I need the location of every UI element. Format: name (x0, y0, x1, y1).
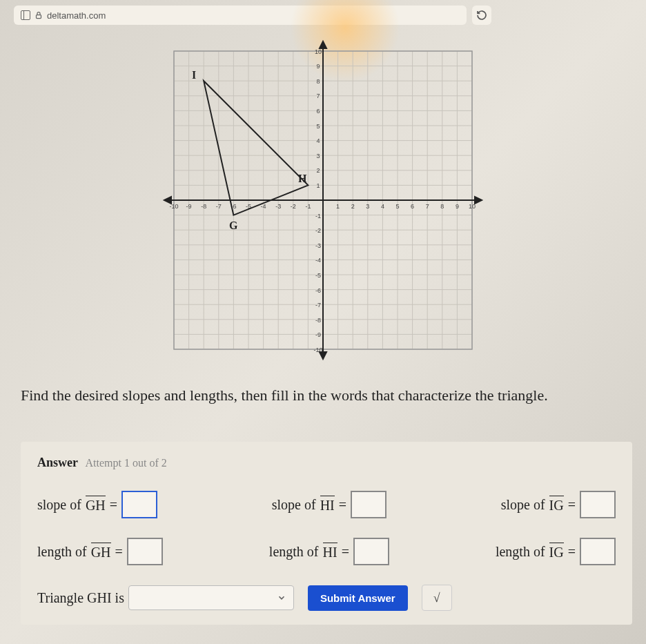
length-ig-input[interactable] (580, 538, 616, 565)
svg-text:-5: -5 (315, 272, 321, 279)
chevron-down-icon (277, 593, 286, 603)
slope-row: slope of GH = slope of HI = slope of IG … (37, 491, 616, 518)
triangle-type-select[interactable] (128, 585, 294, 610)
address-bar: deltamath.com (14, 6, 467, 25)
svg-text:5: 5 (395, 203, 399, 210)
svg-rect-0 (37, 15, 41, 19)
svg-text:2: 2 (316, 167, 320, 174)
svg-text:-9: -9 (315, 331, 321, 338)
segment-ig-2: IG (549, 543, 564, 560)
coordinate-graph: -10-9-8-7-6-5-4-3-2-1 12345678910 109876… (157, 35, 489, 366)
refresh-button[interactable] (472, 6, 491, 25)
svg-text:-10: -10 (313, 347, 322, 353)
question-text: Find the desired slopes and lengths, the… (21, 387, 632, 404)
slope-hi-input[interactable] (351, 491, 386, 518)
svg-marker-46 (320, 41, 326, 48)
slope-gh-input[interactable] (121, 491, 157, 518)
point-label-h: H (298, 173, 307, 184)
svg-text:-4: -4 (315, 257, 321, 264)
svg-text:-3: -3 (275, 203, 281, 210)
svg-text:-8: -8 (315, 317, 321, 324)
slope-ig-input[interactable] (580, 491, 616, 518)
svg-text:9: 9 (456, 203, 459, 210)
sqrt-button[interactable]: √ (422, 585, 452, 611)
svg-text:8: 8 (440, 203, 444, 210)
triangle-type-cell: Triangle GHI is (37, 585, 294, 610)
svg-text:1: 1 (336, 203, 340, 210)
length-ig-cell: length of IG = (496, 538, 616, 565)
svg-text:-3: -3 (315, 242, 321, 249)
length-gh-cell: length of GH = (37, 538, 163, 565)
svg-text:6: 6 (316, 108, 320, 115)
svg-text:8: 8 (316, 78, 320, 85)
segment-gh-2: GH (91, 543, 111, 560)
svg-text:3: 3 (316, 153, 320, 159)
svg-text:5: 5 (316, 123, 320, 130)
svg-text:-9: -9 (186, 203, 192, 210)
svg-text:-2: -2 (315, 227, 321, 234)
svg-marker-44 (475, 197, 482, 204)
length-hi-cell: length of HI = (269, 538, 389, 565)
length-gh-input[interactable] (127, 538, 163, 565)
length-hi-input[interactable] (353, 538, 389, 565)
bottom-row: Triangle GHI is Submit Answer √ (37, 585, 616, 611)
slope-hi-cell: slope of HI = (272, 491, 386, 518)
svg-text:-7: -7 (216, 203, 222, 210)
refresh-icon (476, 10, 487, 21)
triangle-label: Triangle GHI is (37, 590, 124, 606)
svg-text:10: 10 (315, 48, 322, 55)
svg-text:4: 4 (381, 203, 384, 210)
svg-text:-7: -7 (315, 302, 321, 309)
svg-text:-6: -6 (315, 287, 321, 294)
svg-marker-88 (204, 81, 308, 215)
segment-hi-2: HI (323, 543, 337, 560)
svg-text:4: 4 (316, 137, 320, 144)
svg-text:-1: -1 (315, 213, 321, 219)
answer-panel: Answer Attempt 1 out of 2 slope of GH = … (21, 442, 632, 625)
svg-text:9: 9 (316, 63, 320, 70)
length-row: length of GH = length of HI = length of … (37, 538, 616, 565)
lock-icon (35, 11, 43, 19)
svg-text:-10: -10 (169, 203, 178, 210)
svg-text:6: 6 (411, 203, 414, 210)
point-label-i: I (192, 69, 196, 81)
answer-heading: Answer Attempt 1 out of 2 (37, 456, 616, 470)
svg-text:-1: -1 (305, 203, 311, 210)
segment-gh: GH (86, 496, 106, 514)
point-label-g: G (229, 219, 238, 231)
submit-button[interactable]: Submit Answer (308, 585, 408, 611)
svg-text:3: 3 (366, 203, 369, 210)
answer-label: Answer (37, 456, 78, 469)
svg-text:2: 2 (351, 203, 355, 210)
svg-text:1: 1 (316, 182, 320, 189)
sidebar-toggle-icon[interactable] (21, 10, 30, 20)
svg-text:-8: -8 (201, 203, 206, 210)
segment-ig: IG (549, 496, 564, 514)
domain-text: deltamath.com (47, 10, 106, 21)
attempt-text: Attempt 1 out of 2 (86, 457, 167, 469)
slope-ig-cell: slope of IG = (501, 491, 616, 518)
svg-text:7: 7 (426, 203, 429, 210)
svg-text:7: 7 (316, 92, 320, 99)
site-info[interactable]: deltamath.com (35, 10, 106, 21)
svg-text:10: 10 (469, 203, 476, 210)
sqrt-icon: √ (433, 591, 440, 605)
segment-hi: HI (320, 496, 335, 514)
slope-gh-cell: slope of GH = (37, 491, 157, 518)
svg-text:-2: -2 (291, 203, 296, 210)
